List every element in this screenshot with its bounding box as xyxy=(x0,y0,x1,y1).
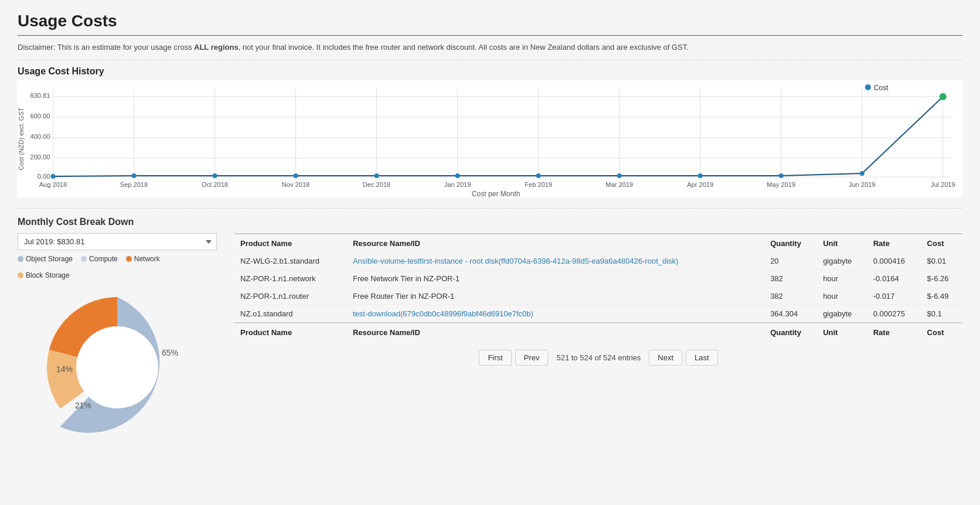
svg-text:Apr 2019: Apr 2019 xyxy=(687,181,713,188)
label-object-storage-pct: 65% xyxy=(162,348,178,357)
monthly-section-title: Monthly Cost Break Down xyxy=(18,217,962,227)
cell-resource-4: test-download(679c0db0c48996f9abf46d6910… xyxy=(347,305,764,323)
monthly-content: Jul 2019: $830.81 Object Storage Compute… xyxy=(18,233,962,449)
cell-quantity-2: 382 xyxy=(764,270,817,288)
svg-text:830.81: 830.81 xyxy=(30,92,50,99)
svg-text:Jun 2019: Jun 2019 xyxy=(849,181,876,188)
svg-text:Jan 2019: Jan 2019 xyxy=(444,181,471,188)
title-divider xyxy=(18,35,962,36)
donut-chart: 65% 14% 21% xyxy=(35,285,199,449)
data-point-jul2019 xyxy=(940,93,947,100)
legend-dot-compute xyxy=(81,256,87,262)
label-block-storage-pct: 14% xyxy=(56,364,73,374)
cell-rate-4: 0.000275 xyxy=(867,305,921,323)
cell-quantity-4: 364.304 xyxy=(764,305,817,323)
footer-resource-name-id: Resource Name/ID xyxy=(347,323,764,342)
cell-resource-3: Free Router Tier in NZ-POR-1 xyxy=(347,288,764,305)
legend: Object Storage Compute Network Block Sto… xyxy=(18,255,217,279)
prev-button[interactable]: Prev xyxy=(515,350,549,366)
cell-product-2: NZ-POR-1.n1.network xyxy=(234,270,347,288)
footer-unit: Unit xyxy=(817,323,867,342)
cell-rate-3: -0.017 xyxy=(867,288,921,305)
svg-text:Sep 2018: Sep 2018 xyxy=(120,181,148,188)
cell-product-4: NZ.o1.standard xyxy=(234,305,347,323)
legend-dot-block-storage xyxy=(18,272,23,278)
label-network-pct: 21% xyxy=(75,401,91,410)
svg-text:Dec 2018: Dec 2018 xyxy=(363,181,390,188)
cell-cost-4: $0.1 xyxy=(921,305,962,323)
cell-rate-2: -0.0164 xyxy=(867,270,921,288)
cost-table: Product Name Resource Name/ID Quantity U… xyxy=(234,233,962,342)
pagination: First Prev 521 to 524 of 524 entries Nex… xyxy=(234,350,962,366)
page-title: Usage Costs xyxy=(18,12,962,30)
page-info: 521 to 524 of 524 entries xyxy=(552,353,645,362)
resource-link-4[interactable]: test-download(679c0db0c48996f9abf46d6910… xyxy=(353,309,533,318)
footer-cost: Cost xyxy=(921,323,962,342)
data-point-jun2019 xyxy=(860,171,865,176)
legend-item-compute: Compute xyxy=(81,255,118,263)
svg-text:Mar 2019: Mar 2019 xyxy=(605,181,633,188)
cell-resource-2: Free Network Tier in NZ-POR-1 xyxy=(347,270,764,288)
data-point-sep2018 xyxy=(131,173,136,178)
chart-container: Cost (NZD) excl. GST 830.81 600.00 400.0… xyxy=(18,80,962,197)
svg-text:May 2019: May 2019 xyxy=(767,181,795,188)
cell-quantity-1: 20 xyxy=(764,252,817,270)
legend-label-object-storage: Object Storage xyxy=(26,255,73,263)
legend-dot-object-storage xyxy=(18,256,23,262)
data-point-nov2018 xyxy=(294,173,298,178)
table-row: NZ-POR-1.n1.router Free Router Tier in N… xyxy=(234,288,962,305)
data-point-jan2019 xyxy=(455,173,460,178)
data-point-may2019 xyxy=(779,173,784,178)
footer-quantity: Quantity xyxy=(764,323,817,342)
disclaimer-bold: ALL regions xyxy=(194,43,239,52)
table-footer-row: Product Name Resource Name/ID Quantity U… xyxy=(234,323,962,342)
cell-unit-2: hour xyxy=(817,270,867,288)
svg-text:400.00: 400.00 xyxy=(30,133,50,140)
data-point-apr2019 xyxy=(698,173,703,178)
table-row: NZ-WLG-2.b1.standard Ansible-volume-test… xyxy=(234,252,962,270)
svg-point-36 xyxy=(865,84,871,90)
first-button[interactable]: First xyxy=(479,350,511,366)
right-panel: Product Name Resource Name/ID Quantity U… xyxy=(234,233,962,366)
left-panel: Jul 2019: $830.81 Object Storage Compute… xyxy=(18,233,217,449)
cost-chart: Cost (NZD) excl. GST 830.81 600.00 400.0… xyxy=(18,80,962,197)
col-quantity: Quantity xyxy=(764,234,817,252)
svg-text:600.00: 600.00 xyxy=(30,112,50,120)
data-point-mar2019 xyxy=(617,173,622,178)
next-button[interactable]: Next xyxy=(649,350,682,366)
svg-text:Feb 2019: Feb 2019 xyxy=(525,181,552,188)
legend-label-block-storage: Block Storage xyxy=(26,271,70,279)
svg-text:0.00: 0.00 xyxy=(38,173,50,180)
legend-label-network: Network xyxy=(134,255,160,263)
month-selector[interactable]: Jul 2019: $830.81 xyxy=(18,233,217,250)
disclaimer-suffix: , not your final invoice. It includes th… xyxy=(239,43,689,52)
monthly-section: Monthly Cost Break Down Jul 2019: $830.8… xyxy=(18,208,962,449)
col-rate: Rate xyxy=(867,234,921,252)
cell-unit-3: hour xyxy=(817,288,867,305)
resource-link-1[interactable]: Ansible-volume-testfirst-instance - root… xyxy=(353,257,678,265)
svg-text:Cost (NZD) excl. GST: Cost (NZD) excl. GST xyxy=(18,107,25,170)
chart-section-title: Usage Cost History xyxy=(18,66,962,77)
legend-dot-network xyxy=(126,256,132,262)
data-point-oct2018 xyxy=(212,173,217,178)
svg-text:Jul 2019: Jul 2019 xyxy=(931,181,955,188)
cell-resource-1: Ansible-volume-testfirst-instance - root… xyxy=(347,252,764,270)
cell-rate-1: 0.000416 xyxy=(867,252,921,270)
legend-item-block-storage: Block Storage xyxy=(18,271,70,279)
col-resource-name-id: Resource Name/ID xyxy=(347,234,764,252)
donut-container: 65% 14% 21% xyxy=(18,285,217,449)
legend-item-network: Network xyxy=(126,255,160,263)
svg-text:Aug 2018: Aug 2018 xyxy=(39,181,67,188)
chart-section: Usage Cost History Cost (NZD) excl. GST … xyxy=(18,60,962,197)
legend-label-compute: Compute xyxy=(89,255,118,263)
svg-text:200.00: 200.00 xyxy=(30,153,50,161)
cell-quantity-3: 382 xyxy=(764,288,817,305)
table-row: NZ.o1.standard test-download(679c0db0c48… xyxy=(234,305,962,323)
svg-text:Oct 2018: Oct 2018 xyxy=(202,181,228,188)
last-button[interactable]: Last xyxy=(686,350,718,366)
data-point-feb2019 xyxy=(536,173,541,178)
svg-text:Cost per Month: Cost per Month xyxy=(472,190,520,197)
col-unit: Unit xyxy=(817,234,867,252)
cell-cost-2: $-6.26 xyxy=(921,270,962,288)
disclaimer: Disclaimer: This is an estimate for your… xyxy=(18,43,962,52)
